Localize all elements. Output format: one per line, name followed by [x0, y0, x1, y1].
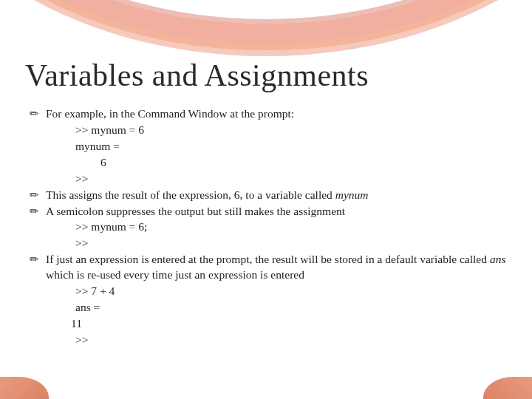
bullet-item: ✏ This assigns the result of the express…: [30, 188, 507, 203]
code-line: mynum =: [30, 139, 507, 154]
slide-body: ✏ For example, in the Command Window at …: [25, 106, 507, 348]
bullet-item: ✏ For example, in the Command Window at …: [30, 106, 507, 122]
text-fragment: If just an expression is entered at the …: [46, 253, 490, 265]
bullet-icon: ✏: [30, 106, 43, 121]
code-line: ans =: [30, 300, 507, 316]
bullet-item: ✏ A semicolon suppresses the output but …: [30, 204, 507, 219]
code-line: >> 7 + 4: [30, 284, 507, 299]
decorative-corner-bottom-right: [483, 377, 532, 399]
text-fragment: This assigns the result of the expressio…: [46, 188, 335, 201]
bullet-icon: ✏: [30, 204, 43, 219]
code-line: >>: [30, 332, 507, 348]
slide-title: Variables and Assignments: [25, 58, 507, 93]
variable-name: mynum: [335, 188, 369, 201]
code-line: >> mynum = 6: [30, 123, 507, 138]
bullet-text: A semicolon suppresses the output but st…: [46, 204, 507, 219]
bullet-text: This assigns the result of the expressio…: [46, 188, 507, 203]
text-fragment: which is re-used every time just an expr…: [46, 268, 304, 281]
bullet-text: If just an expression is entered at the …: [46, 252, 507, 283]
slide-content: Variables and Assignments ✏ For example,…: [25, 58, 507, 349]
code-line: >>: [30, 236, 507, 251]
bullet-icon: ✏: [30, 252, 43, 267]
code-line: >>: [30, 171, 507, 187]
bullet-icon: ✏: [30, 188, 43, 202]
decorative-arc-top: [0, 0, 532, 44]
code-line: 11: [30, 316, 507, 332]
bullet-item: ✏ If just an expression is entered at th…: [30, 252, 507, 283]
variable-name: ans: [490, 253, 506, 265]
code-line: >> mynum = 6;: [30, 219, 507, 235]
bullet-text: For example, in the Command Window at th…: [46, 106, 507, 122]
code-line: 6: [30, 155, 507, 171]
decorative-corner-bottom-left: [0, 377, 49, 399]
